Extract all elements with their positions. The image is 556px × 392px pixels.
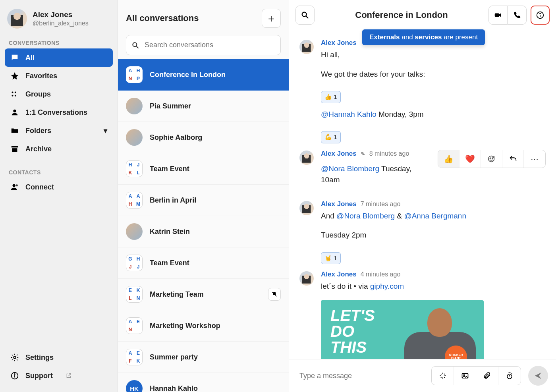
new-conversation-button[interactable]: ＋ [262,9,281,28]
conversation-name: Marketing Team [150,290,261,299]
nav-favorites[interactable]: Favorites [5,67,113,85]
video-icon [494,11,502,19]
svg-point-0 [12,91,13,93]
nav-label: Settings [25,353,54,362]
phone-icon [513,11,521,19]
more-button[interactable]: ⋯ [524,150,545,168]
plus-icon: ＋ [266,12,276,25]
nav-settings[interactable]: Settings [5,348,113,367]
conversation-item[interactable]: GHJJTeam Event [118,247,289,279]
conversation-item[interactable]: AENMarketing Workshop [118,310,289,342]
message-author: Alex Jones [321,200,357,208]
profile[interactable]: Alex Jones @berlin_alex_jones [5,7,113,36]
conversation-item[interactable]: AAHMBerlin in April [118,185,289,216]
conversation-item[interactable]: HJKLTeam Event [118,153,289,185]
svg-rect-6 [12,148,17,152]
search-input[interactable] [126,35,281,55]
reaction[interactable]: 🤘 1 [321,252,341,265]
gif-attachment[interactable]: LET'SDOTHISSTICKER GIANT [321,300,484,359]
svg-point-22 [490,158,490,158]
conversation-name: Conference in London [150,71,281,79]
nav-direct[interactable]: 1:1 Conversations [5,103,113,122]
link[interactable]: giphy.com [370,282,404,290]
avatar [126,223,143,240]
mention[interactable]: @Nora Blomberg [336,212,395,220]
group-avatar: AEN [126,317,143,334]
image-icon [461,372,469,380]
group-avatar: GHJJ [126,255,143,271]
message: Alex Jones✎8 minutes ago@Nora Blomberg T… [299,150,546,194]
chat-search-button[interactable] [295,6,315,25]
convlist-title: All conversations [126,13,199,23]
svg-point-3 [15,95,16,97]
avatar [299,271,314,286]
external-link-icon [66,373,72,379]
info-icon [536,11,544,19]
gif-button[interactable] [432,367,454,385]
conversation-item[interactable]: EKLNMarketing Team [118,279,289,310]
nav-label: Support [25,372,53,380]
message-time: 4 minutes ago [361,271,401,278]
audio-call-button[interactable] [508,6,527,25]
message: Alex Jones4 minutes agolet´s do it • via… [299,270,546,359]
react-thumbsup[interactable]: 👍 [438,150,459,168]
search-icon [301,11,309,19]
group-avatar: AHNP [126,66,143,83]
nav-label: Connect [25,183,54,191]
nav-all[interactable]: All [5,48,113,67]
svg-point-20 [540,13,541,14]
video-call-button[interactable] [488,6,508,25]
nav-support[interactable]: Support [5,367,113,385]
muted-icon [268,288,281,301]
info-button[interactable] [531,6,550,25]
svg-point-23 [492,158,492,158]
conversation-item[interactable]: Pia Summer [118,91,289,122]
nav-label: 1:1 Conversations [25,108,87,117]
person-add-icon [10,183,19,191]
send-icon [534,371,542,380]
nav-connect[interactable]: Connect [5,178,113,196]
message-author: Alex Jones [321,270,357,278]
send-button[interactable] [528,366,548,386]
nav-label: Archive [25,145,52,153]
mention[interactable]: @Nora Blomberg [321,164,379,173]
reaction[interactable]: 💪 1 [321,131,341,143]
react-heart[interactable]: ❤️ [459,150,481,168]
message-input[interactable] [297,368,427,384]
conversation-item[interactable]: Katrin Stein [118,216,289,247]
conversation-item[interactable]: HKHannah Kahlo [118,373,289,392]
svg-point-7 [13,184,15,187]
svg-line-13 [137,46,139,48]
image-button[interactable] [454,367,476,385]
star-icon [10,71,19,80]
message-time: 7 minutes ago [361,201,401,208]
react-emoji[interactable] [481,150,502,168]
paperclip-icon [483,372,491,380]
conversation-item[interactable]: AHNPConference in London [118,59,289,91]
group-avatar: AEFK [126,349,143,365]
nav-folders[interactable]: Folders ▾ [5,122,113,140]
person-icon [10,108,19,117]
nav-groups[interactable]: Groups [5,85,113,103]
message-author: Alex Jones [321,39,357,47]
avatar: HK [126,380,143,392]
mention[interactable]: @Anna Bergmann [404,212,466,220]
sparkle-icon [439,372,447,380]
conversation-list: All conversations ＋ AHNPConference in Lo… [118,0,289,392]
svg-rect-5 [12,146,18,148]
conversation-item[interactable]: Sophie Aalborg [118,122,289,153]
svg-point-8 [14,356,16,359]
nav-label: Favorites [25,72,57,80]
svg-rect-17 [495,13,499,17]
avatar [299,151,314,165]
avatar [126,129,143,146]
mention[interactable]: @Hannah Kahlo [321,110,376,118]
reaction[interactable]: 👍 1 [321,91,341,103]
reply-button[interactable] [502,150,524,168]
timer-button[interactable] [498,367,521,385]
conversation-item[interactable]: AEFKSummer party [118,342,289,373]
nav-archive[interactable]: Archive [5,140,113,158]
chat-icon [10,53,19,62]
attach-button[interactable] [476,367,498,385]
conversation-name: Sophie Aalborg [150,133,281,142]
